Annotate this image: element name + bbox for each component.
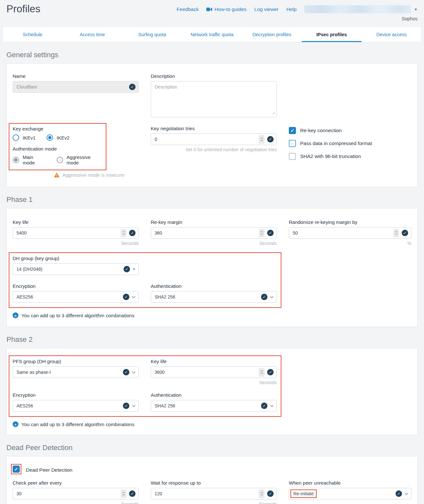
- chevron-down-icon: [270, 405, 274, 407]
- p1-rekey-margin-value: 360: [155, 230, 259, 236]
- log-viewer-link[interactable]: Log viewer: [254, 6, 278, 12]
- p2-pfs-field: PFS group (DH group) Same as phase-I ✓: [13, 359, 139, 385]
- help-label: Help: [286, 6, 297, 12]
- description-field: Description: [151, 73, 277, 119]
- general-settings-card: Name Cloudflare ✓ Description: [6, 63, 418, 187]
- number-stepper[interactable]: [259, 368, 265, 377]
- ikev1-label: IKEv1: [23, 135, 36, 141]
- tab-network-traffic-quota[interactable]: Network traffic quota: [182, 27, 242, 42]
- header-right: Feedback How-to guides Log viewer Help ▼…: [177, 3, 418, 21]
- dpd-heading: Dead Peer Detection: [6, 444, 418, 452]
- dpd-wait-value: 120: [155, 491, 259, 496]
- tab-device-access-label: Device access: [376, 32, 407, 37]
- howto-guides-link[interactable]: How-to guides: [206, 6, 246, 12]
- p1-dh-group-value: 14 (DH2048): [16, 267, 124, 272]
- valid-check-icon: ✓: [123, 369, 129, 375]
- p1-encryption-value: AES256: [16, 294, 123, 299]
- tab-device-access[interactable]: Device access: [362, 27, 421, 42]
- radio-ikev2[interactable]: IKEv2: [47, 134, 70, 141]
- general-options: Re-key connection Pass data in compresse…: [289, 127, 411, 178]
- dpd-check-peer-field: Check peer after every 30 ✓ Seconds: [13, 480, 139, 504]
- p2-encryption-label: Encryption: [13, 392, 139, 398]
- tab-decryption-profiles[interactable]: Decryption profiles: [242, 27, 302, 42]
- p1-rekey-margin-unit: Seconds: [151, 241, 277, 246]
- p2-pfs-label: PFS group (DH group): [13, 359, 139, 364]
- p1-key-life-input[interactable]: 5400 ✓: [13, 227, 139, 239]
- p2-key-life-field: Key life 3600 ✓ Seconds: [151, 359, 277, 385]
- rekey-connection-row: Re-key connection: [289, 127, 411, 134]
- p1-encryption-select[interactable]: AES256 ✓: [13, 291, 139, 303]
- tab-surfing-quota[interactable]: Surfing quota: [122, 27, 182, 42]
- name-input: Cloudflare ✓: [13, 81, 139, 93]
- profiles-page: Profiles Feedback How-to guides Log view…: [0, 0, 424, 504]
- valid-check-icon: ✓: [267, 230, 274, 236]
- number-stepper[interactable]: [121, 229, 126, 237]
- tab-decryption-profiles-label: Decryption profiles: [252, 32, 291, 37]
- tab-access-time-label: Access time: [80, 32, 105, 37]
- p1-randomize-input[interactable]: 50 ✓: [289, 227, 411, 239]
- sha2-truncation-row: SHA2 with 96-bit truncation: [289, 153, 411, 160]
- number-stepper[interactable]: [121, 489, 126, 498]
- key-negotiation-input[interactable]: 0 ✓: [151, 133, 277, 145]
- auth-mode-label: Authentication mode: [13, 146, 103, 152]
- dpd-unreachable-select[interactable]: Re-initiate ✓: [289, 488, 411, 499]
- valid-check-icon: ✓: [123, 294, 129, 300]
- p2-add-combination-label: You can add up to 3 different algorithm …: [21, 422, 134, 427]
- p2-encryption-select[interactable]: AES256 ✓: [13, 400, 139, 412]
- chevron-down-icon: [405, 493, 408, 495]
- dpd-wait-input[interactable]: 120 ✓: [151, 488, 277, 499]
- p2-authentication-field: Authentication SHA2 256 ✓: [151, 392, 277, 412]
- tab-access-time[interactable]: Access time: [62, 27, 122, 42]
- p2-add-combination-button[interactable]: + You can add up to 3 different algorith…: [7, 421, 417, 427]
- ikev2-radio-control[interactable]: [47, 134, 53, 141]
- help-link[interactable]: Help: [286, 6, 297, 12]
- rekey-connection-checkbox[interactable]: [289, 127, 296, 134]
- account-dropdown[interactable]: ▼: [304, 5, 418, 13]
- p1-rekey-margin-input[interactable]: 360 ✓: [151, 227, 277, 239]
- number-stepper[interactable]: [259, 135, 265, 144]
- tab-ipsec-profiles-label: IPsec profiles: [316, 32, 347, 37]
- p1-add-combination-button[interactable]: + You can add up to 3 different algorith…: [7, 312, 417, 318]
- number-stepper[interactable]: [259, 489, 265, 498]
- p2-key-life-input[interactable]: 3600 ✓: [151, 366, 277, 378]
- phase2-heading: Phase 2: [6, 335, 418, 344]
- p2-pfs-value: Same as phase-I: [16, 370, 123, 375]
- number-stepper[interactable]: [393, 229, 399, 237]
- dpd-check-peer-input[interactable]: 30 ✓: [13, 488, 139, 499]
- p2-key-life-label: Key life: [151, 359, 277, 364]
- p1-randomize-value: 50: [293, 230, 393, 236]
- ikev1-radio-control[interactable]: [13, 134, 19, 141]
- p2-encryption-field: Encryption AES256 ✓: [13, 392, 139, 412]
- radio-ikev1[interactable]: IKEv1: [13, 134, 36, 141]
- tab-ipsec-profiles[interactable]: IPsec profiles: [302, 27, 362, 42]
- dpd-enable-checkbox[interactable]: [13, 466, 20, 473]
- sha2-truncation-label: SHA2 with 96-bit truncation: [300, 153, 361, 159]
- chevron-down-icon: [270, 296, 274, 298]
- valid-check-icon: ✓: [129, 230, 136, 236]
- radio-main-mode: Main mode: [13, 154, 46, 165]
- tab-schedule[interactable]: Schedule: [3, 27, 62, 42]
- tab-bar: Schedule Access time Surfing quota Netwo…: [2, 26, 422, 42]
- compressed-format-checkbox[interactable]: [289, 140, 296, 147]
- p1-authentication-select[interactable]: SHA2 256 ✓: [151, 291, 277, 303]
- p1-dh-group-select[interactable]: 14 (DH2048) ✓ ▼: [13, 263, 139, 275]
- p1-authentication-value: SHA2 256: [155, 294, 261, 299]
- p1-authentication-label: Authentication: [151, 283, 277, 289]
- main-mode-radio-control: [13, 157, 19, 163]
- p2-key-life-value: 3600: [155, 370, 259, 375]
- p2-authentication-select[interactable]: SHA2 256 ✓: [151, 400, 277, 412]
- valid-check-icon: ✓: [267, 369, 274, 375]
- description-input[interactable]: [151, 81, 277, 117]
- p2-pfs-select[interactable]: Same as phase-I ✓: [13, 366, 139, 378]
- number-stepper[interactable]: [259, 229, 265, 237]
- dpd-wait-label: Wait for response up to: [151, 480, 277, 486]
- phase1-heading: Phase 1: [6, 195, 418, 204]
- general-settings-heading: General settings: [6, 51, 418, 59]
- sha2-truncation-checkbox: [289, 153, 296, 160]
- key-negotiation-field: Key negotiation tries 0 ✓ Set 0 for unli…: [151, 126, 277, 178]
- feedback-link[interactable]: Feedback: [177, 6, 199, 12]
- howto-guides-label: How-to guides: [214, 6, 246, 12]
- tab-schedule-label: Schedule: [23, 32, 42, 37]
- warning-icon: [54, 173, 60, 177]
- aggressive-warning-row: Aggressive mode is insecure: [54, 172, 139, 178]
